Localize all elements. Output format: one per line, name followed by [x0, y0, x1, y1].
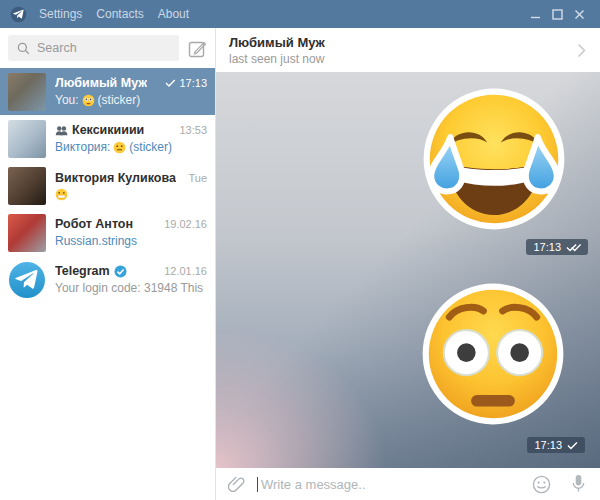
- message-input[interactable]: Write a message..: [257, 477, 521, 492]
- maximize-icon: [552, 9, 563, 20]
- avatar: [8, 73, 46, 111]
- chat-status: last seen just now: [229, 52, 325, 66]
- chat-name: Telegram: [55, 264, 127, 278]
- search-row: Search: [0, 28, 215, 68]
- chat-column: Любимый Муж last seen just now: [216, 28, 600, 500]
- sent-check-icon: [165, 79, 176, 87]
- verified-badge-icon: [114, 265, 127, 278]
- read-double-check-icon: [566, 243, 581, 252]
- chat-preview: Your login code: 31948 This code …: [55, 281, 207, 295]
- flushed-emoji-icon: [82, 94, 95, 107]
- avatar: [8, 167, 46, 205]
- messages-area: 17:13: [216, 72, 600, 468]
- search-icon: [17, 42, 30, 55]
- text-caret: [257, 477, 258, 492]
- chat-title: Любимый Муж: [229, 35, 325, 50]
- message-meta: 17:13: [527, 437, 585, 453]
- chat-preview: You: (sticker): [55, 93, 207, 107]
- sidebar: Search Любимый Муж 17:13: [0, 28, 216, 500]
- message-time: 17:13: [534, 439, 562, 451]
- minimize-icon: [530, 9, 541, 20]
- telegram-app-icon: [10, 6, 27, 23]
- telegram-window: Settings Contacts About Search: [0, 0, 600, 500]
- group-icon: [55, 125, 68, 136]
- chat-text: Робот Антон 19.02.16 Russian.strings: [55, 217, 207, 248]
- composer: Write a message..: [216, 468, 600, 500]
- close-button[interactable]: [568, 4, 590, 24]
- sticker-face-with-tears-of-joy[interactable]: [410, 77, 578, 241]
- chat-time: 17:13: [165, 77, 207, 89]
- search-placeholder: Search: [37, 41, 77, 55]
- titlebar: Settings Contacts About: [0, 0, 600, 28]
- menu-contacts[interactable]: Contacts: [96, 7, 143, 21]
- message-time: 17:13: [533, 241, 561, 253]
- chat-item-robot-anton[interactable]: Робот Антон 19.02.16 Russian.strings: [0, 209, 215, 256]
- chat-item-viktoriya-kulikova[interactable]: Виктория Куликова Tue: [0, 162, 215, 209]
- message-meta: 17:13: [526, 239, 588, 255]
- chat-preview: [55, 188, 207, 201]
- chat-text: Кексикииии 13:53 Виктория: (sticker): [55, 123, 207, 154]
- chat-text: Виктория Куликова Tue: [55, 171, 207, 201]
- chat-preview-link: Russian.strings: [55, 234, 137, 248]
- microphone-button[interactable]: [571, 474, 586, 494]
- chat-name: Кексикииии: [55, 123, 144, 137]
- menu-settings[interactable]: Settings: [39, 7, 82, 21]
- search-input[interactable]: Search: [8, 35, 179, 61]
- chevron-right-icon[interactable]: [577, 43, 586, 58]
- neutral-emoji-icon: [113, 141, 126, 154]
- chat-name: Виктория Куликова: [55, 171, 176, 185]
- emoji-button[interactable]: [532, 475, 551, 494]
- telegram-logo-icon: [8, 261, 46, 299]
- grimacing-emoji-icon: [55, 188, 68, 201]
- chat-text: Telegram 12.01.16 Your login code: 31948…: [55, 264, 207, 295]
- avatar: [8, 214, 46, 252]
- sent-single-check-icon: [567, 441, 578, 450]
- chat-item-lyubimyj-muzh[interactable]: Любимый Муж 17:13 You:: [0, 68, 215, 115]
- new-message-button[interactable]: [188, 39, 207, 58]
- chat-name: Любимый Муж: [55, 76, 147, 90]
- chat-time: Tue: [188, 172, 207, 184]
- maximize-button[interactable]: [546, 4, 568, 24]
- chat-item-telegram[interactable]: Telegram 12.01.16 Your login code: 31948…: [0, 256, 215, 303]
- chat-preview: Виктория: (sticker): [55, 140, 207, 154]
- chat-time: 13:53: [179, 124, 207, 136]
- menu-about[interactable]: About: [158, 7, 189, 21]
- chat-text: Любимый Муж 17:13 You:: [55, 76, 207, 107]
- avatar: [8, 120, 46, 158]
- chat-item-keksikiiii[interactable]: Кексикииии 13:53 Виктория: (sticker): [0, 115, 215, 162]
- message-placeholder: Write a message..: [261, 477, 366, 492]
- close-icon: [574, 9, 585, 20]
- attach-file-button[interactable]: [228, 475, 246, 493]
- sticker-flushed-face[interactable]: [411, 272, 575, 436]
- chat-time: 12.01.16: [164, 265, 207, 277]
- minimize-button[interactable]: [524, 4, 546, 24]
- chat-header[interactable]: Любимый Муж last seen just now: [216, 28, 600, 72]
- avatar-telegram-logo: [8, 261, 46, 299]
- chat-time: 19.02.16: [164, 218, 207, 230]
- chat-name: Робот Антон: [55, 217, 133, 231]
